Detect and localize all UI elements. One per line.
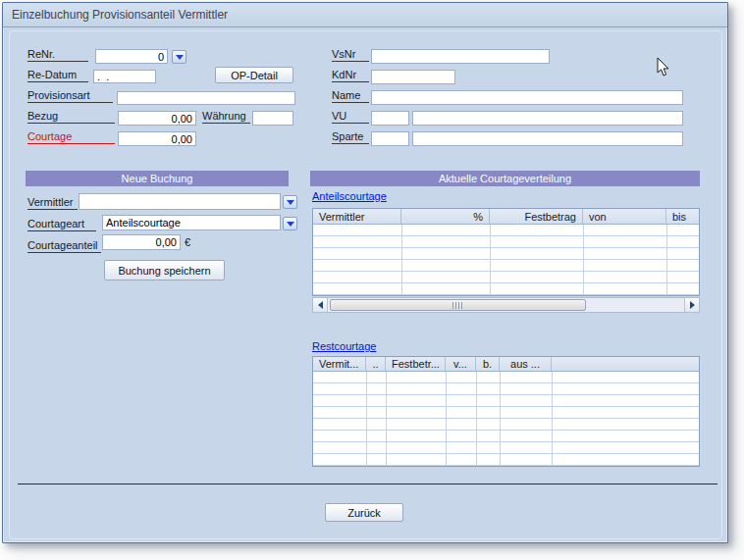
name-label: Name xyxy=(332,88,369,103)
bezug-input[interactable]: 0,00 xyxy=(118,111,196,126)
scroll-right-button[interactable] xyxy=(684,298,699,312)
renr-label: ReNr. xyxy=(27,47,88,62)
vsnr-label: VsNr xyxy=(332,47,369,62)
sparte-name-input[interactable] xyxy=(412,131,683,146)
grip-icon xyxy=(452,302,463,309)
kdnr-input[interactable] xyxy=(371,70,455,84)
arrow-left-icon xyxy=(318,301,323,309)
table-row[interactable] xyxy=(313,236,699,248)
chevron-down-icon xyxy=(287,200,294,205)
table-row[interactable] xyxy=(313,283,699,295)
waehrung-label: Währung xyxy=(202,109,250,124)
chevron-down-icon xyxy=(176,55,184,60)
column-header-festbetrag: Festbetr... xyxy=(386,357,446,371)
chevron-down-icon xyxy=(287,222,294,227)
window-title: Einzelbuchung Provisionsanteil Vermittle… xyxy=(3,3,727,27)
table-row[interactable] xyxy=(313,272,699,283)
column-divider xyxy=(490,225,491,295)
op-detail-button[interactable]: OP-Detail xyxy=(215,67,293,83)
column-divider xyxy=(500,372,501,466)
courtageverteilung-header: Aktuelle Courtageverteilung xyxy=(310,171,700,186)
column-header-von: v... xyxy=(446,357,476,371)
column-header-bis: b. xyxy=(476,357,500,371)
column-header-prozent: % xyxy=(401,209,490,224)
column-divider xyxy=(583,225,584,295)
footer-divider xyxy=(18,484,717,484)
column-header-empty xyxy=(552,357,699,371)
vermittler-dropdown-button[interactable] xyxy=(283,195,297,209)
courtage-label: Courtage xyxy=(27,129,115,144)
courtageart-dropdown-button[interactable] xyxy=(283,217,297,230)
table-row[interactable] xyxy=(313,419,699,431)
table-row[interactable] xyxy=(313,395,699,407)
column-divider xyxy=(666,225,667,295)
courtageanteil-label: Courtageanteil xyxy=(27,238,101,253)
column-header-von: von xyxy=(583,209,666,224)
vu-code-input[interactable] xyxy=(371,111,409,126)
table-row[interactable] xyxy=(313,383,699,395)
vu-name-input[interactable] xyxy=(412,111,683,126)
sparte-label: Sparte xyxy=(332,129,369,144)
vermittler-input[interactable] xyxy=(79,193,281,210)
courtage-input[interactable]: 0,00 xyxy=(118,131,196,146)
table-header-row: Vermittler % Festbetrag von bis xyxy=(313,209,699,225)
table-row[interactable] xyxy=(313,260,699,272)
table-row[interactable] xyxy=(313,431,699,442)
neue-buchung-header: Neue Buchung xyxy=(26,171,289,186)
scroll-left-button[interactable] xyxy=(313,298,328,312)
column-header-vermittler: Vermittler xyxy=(313,209,401,224)
table-body xyxy=(313,372,699,466)
save-booking-button[interactable]: Buchung speichern xyxy=(104,260,225,280)
horizontal-scrollbar[interactable] xyxy=(312,297,700,313)
table-row[interactable] xyxy=(313,248,699,260)
table-row[interactable] xyxy=(313,407,699,419)
column-divider xyxy=(552,372,553,466)
provisionsart-input[interactable] xyxy=(117,91,295,105)
renr-dropdown-button[interactable] xyxy=(172,50,186,64)
column-header-aus: aus ... xyxy=(500,357,552,371)
column-divider xyxy=(401,225,402,295)
table-row[interactable] xyxy=(313,372,699,383)
redatum-input[interactable]: . . xyxy=(93,70,156,83)
dialog-window: Einzelbuchung Provisionsanteil Vermittle… xyxy=(2,2,728,543)
courtageart-label: Courtageart xyxy=(27,217,96,231)
bezug-label: Bezug xyxy=(27,109,115,124)
table-row[interactable] xyxy=(313,454,699,466)
table-row[interactable] xyxy=(313,442,699,454)
courtageanteil-input[interactable]: 0,00 xyxy=(102,234,181,250)
mouse-cursor-icon xyxy=(657,57,670,77)
column-header-vermittler: Vermit... xyxy=(313,357,366,371)
column-divider xyxy=(386,372,387,466)
kdnr-label: KdNr xyxy=(332,68,369,82)
vu-label: VU xyxy=(332,109,369,124)
renr-input[interactable]: 0 xyxy=(95,49,168,64)
provisionsart-label: Provisionsart xyxy=(27,88,113,103)
currency-symbol: € xyxy=(185,236,190,248)
name-input[interactable] xyxy=(371,90,683,105)
column-divider xyxy=(476,372,477,466)
restcourtage-table: Vermit... .. Festbetr... v... b. aus ... xyxy=(312,356,700,467)
sparte-code-input[interactable] xyxy=(371,131,409,146)
redatum-label: Re-Datum xyxy=(27,68,88,82)
waehrung-input[interactable] xyxy=(252,111,293,126)
column-header-dots: .. xyxy=(366,357,386,371)
vsnr-input[interactable] xyxy=(371,49,550,64)
column-header-festbetrag: Festbetrag xyxy=(490,209,583,224)
column-divider xyxy=(446,372,447,466)
arrow-right-icon xyxy=(690,301,695,309)
anteilscourtage-table: Vermittler % Festbetrag von bis xyxy=(312,208,700,296)
column-divider xyxy=(366,372,367,466)
back-button[interactable]: Zurück xyxy=(325,503,403,522)
table-row[interactable] xyxy=(313,225,699,236)
anteilscourtage-link[interactable]: Anteilscourtage xyxy=(312,190,387,202)
scrollbar-thumb[interactable] xyxy=(330,299,586,311)
vermittler-label: Vermittler xyxy=(27,195,78,210)
restcourtage-link[interactable]: Restcourtage xyxy=(312,340,376,352)
table-header-row: Vermit... .. Festbetr... v... b. aus ... xyxy=(313,357,699,372)
courtageart-input[interactable]: Anteilscourtage xyxy=(102,215,281,230)
column-header-bis: bis xyxy=(666,209,699,224)
table-body xyxy=(313,225,699,295)
